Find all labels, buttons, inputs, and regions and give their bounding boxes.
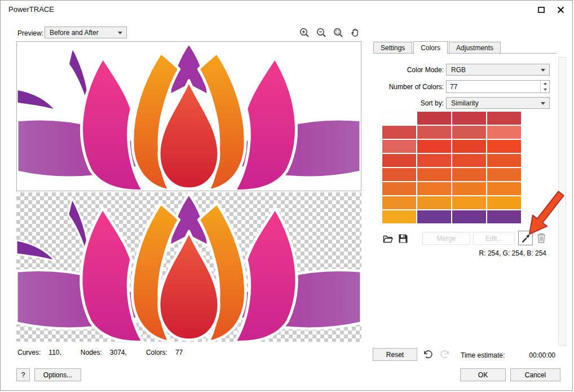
color-swatch[interactable]: [417, 182, 451, 195]
zoom-in-icon[interactable]: [298, 27, 311, 39]
color-swatch[interactable]: [417, 168, 451, 181]
color-swatch[interactable]: [487, 168, 521, 181]
color-swatch[interactable]: [452, 140, 486, 153]
redo-icon[interactable]: [439, 349, 451, 360]
color-swatch[interactable]: [417, 210, 451, 223]
color-swatch[interactable]: [382, 112, 416, 125]
color-mode-value: RGB: [451, 66, 466, 74]
color-swatch[interactable]: [452, 112, 486, 125]
preview-before-pane[interactable]: [16, 41, 361, 191]
options-button[interactable]: Options...: [34, 368, 81, 381]
preview-label: Preview:: [17, 29, 43, 37]
color-swatch[interactable]: [452, 126, 486, 139]
color-swatch[interactable]: [452, 154, 486, 167]
nodes-value: 3074,: [110, 349, 127, 356]
color-swatch[interactable]: [417, 126, 451, 139]
chevron-down-icon: [118, 32, 122, 34]
number-of-colors-field: [446, 80, 550, 93]
color-swatch[interactable]: [382, 196, 416, 209]
number-of-colors-stepper: [540, 81, 549, 93]
color-swatch[interactable]: [382, 168, 416, 181]
color-swatch[interactable]: [487, 210, 521, 223]
title-bar: PowerTRACE: [1, 1, 572, 17]
tab-adjustments[interactable]: Adjustments: [449, 42, 501, 54]
color-swatch[interactable]: [417, 112, 451, 125]
preview-mode-dropdown[interactable]: Before and After: [45, 27, 127, 38]
color-swatch[interactable]: [417, 196, 451, 209]
color-swatch[interactable]: [382, 154, 416, 167]
maximize-icon: [538, 7, 545, 13]
tab-strip: Settings Colors Adjustments: [373, 42, 502, 54]
undo-icon[interactable]: [422, 349, 434, 360]
eyedropper-icon: [520, 233, 531, 243]
delete-color-button[interactable]: [535, 232, 547, 244]
color-swatch[interactable]: [382, 126, 416, 139]
preview-after-pane[interactable]: [16, 192, 361, 342]
close-icon: [557, 6, 564, 14]
save-floppy-icon: [398, 234, 408, 244]
color-swatch[interactable]: [452, 196, 486, 209]
nodes-label: Nodes:: [81, 349, 102, 356]
reset-button[interactable]: Reset: [373, 348, 417, 361]
color-swatch[interactable]: [487, 140, 521, 153]
tab-settings[interactable]: Settings: [373, 42, 412, 54]
save-palette-button[interactable]: [397, 232, 409, 245]
curves-label: Curves:: [17, 349, 41, 356]
zoom-to-fit-icon[interactable]: [332, 27, 345, 39]
colors-label: Colors:: [146, 349, 167, 356]
maximize-button[interactable]: [534, 4, 549, 15]
number-of-colors-input[interactable]: [447, 81, 540, 93]
sort-by-value: Similarity: [451, 99, 479, 107]
ok-button[interactable]: OK: [460, 368, 506, 381]
chevron-down-icon: [541, 69, 545, 72]
color-swatch[interactable]: [487, 182, 521, 195]
trash-icon: [536, 232, 546, 244]
panel-scrollbar[interactable]: [558, 57, 566, 346]
color-swatch[interactable]: [487, 154, 521, 167]
number-of-colors-label: Number of Colors:: [376, 83, 444, 91]
zoom-out-icon[interactable]: [315, 27, 328, 39]
curves-value: 110,: [48, 349, 61, 356]
color-swatch[interactable]: [417, 140, 451, 153]
lotus-after-image: [16, 192, 361, 342]
open-folder-icon: [383, 234, 394, 244]
color-swatch[interactable]: [452, 182, 486, 195]
powertrace-dialog: PowerTRACE Preview: Before and After: [0, 0, 573, 391]
window-title: PowerTRACE: [8, 5, 54, 14]
time-estimate-label: Time estimate:: [461, 351, 505, 359]
color-swatch[interactable]: [452, 168, 486, 181]
lotus-before-image: [17, 42, 361, 191]
color-swatch[interactable]: [382, 210, 416, 223]
color-swatch[interactable]: [487, 126, 521, 139]
pan-hand-icon[interactable]: [349, 27, 361, 39]
stepper-down-icon[interactable]: [541, 87, 549, 93]
color-palette-grid: [382, 112, 521, 223]
merge-button[interactable]: Merge: [422, 232, 470, 245]
sort-by-label: Sort by:: [376, 99, 444, 107]
trace-results: Curves: 110, Nodes: 3074, Colors: 77: [17, 349, 202, 356]
eyedropper-button[interactable]: [518, 231, 533, 245]
color-swatch[interactable]: [487, 112, 521, 125]
zoom-toolbar: [298, 25, 361, 40]
color-swatch[interactable]: [487, 196, 521, 209]
color-swatch[interactable]: [452, 210, 486, 223]
cancel-button[interactable]: Cancel: [510, 368, 560, 381]
stepper-up-icon[interactable]: [541, 81, 549, 87]
sort-by-dropdown[interactable]: Similarity: [446, 97, 550, 109]
color-swatch[interactable]: [382, 182, 416, 195]
chevron-down-icon: [541, 102, 545, 105]
time-estimate-value: 00:00:00: [529, 351, 555, 359]
color-mode-dropdown[interactable]: RGB: [446, 64, 550, 76]
edit-button[interactable]: Edit...: [473, 232, 515, 245]
close-button[interactable]: [553, 4, 568, 15]
rgb-readout: R: 254, G: 254, B: 254: [479, 249, 546, 257]
tab-colors[interactable]: Colors: [413, 41, 448, 54]
color-swatch[interactable]: [382, 140, 416, 153]
open-palette-button[interactable]: [382, 232, 394, 245]
help-button[interactable]: ?: [16, 368, 30, 381]
color-mode-label: Color Mode:: [376, 66, 444, 74]
preview-mode-value: Before and After: [50, 29, 99, 37]
colors-value: 77: [175, 349, 183, 356]
color-swatch[interactable]: [417, 154, 451, 167]
